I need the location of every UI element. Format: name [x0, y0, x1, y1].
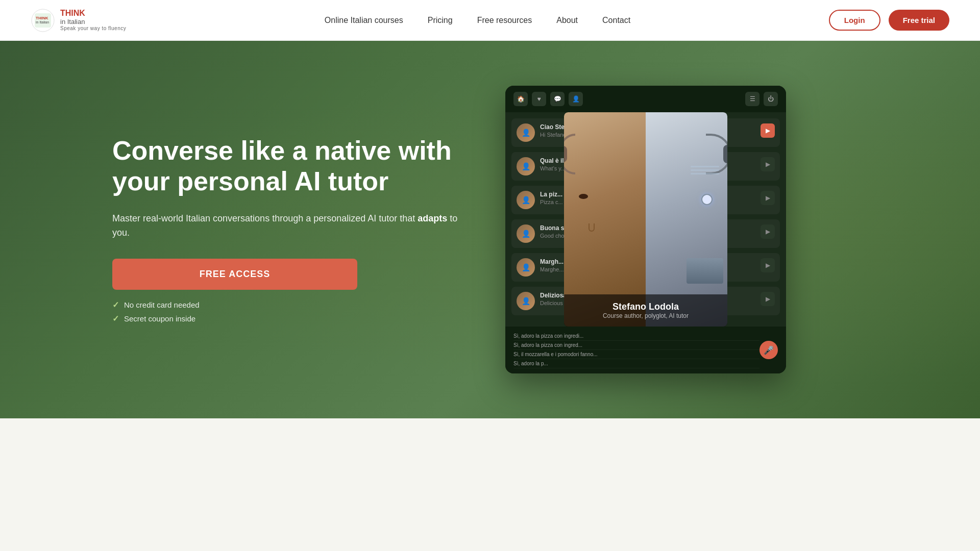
check-item-1: ✓ No credit card needed — [112, 300, 470, 310]
mockup-icon-user[interactable]: 👤 — [569, 92, 583, 106]
free-access-button[interactable]: FREE ACCESS — [112, 259, 357, 290]
app-mockup: 🏠 ♥ 💬 👤 ☰ ⏻ 👤 Ciao Stefano! Fam... Hi St… — [505, 86, 786, 373]
mockup-icon-power[interactable]: ⏻ — [764, 92, 778, 106]
check-label-1: No credit card needed — [124, 300, 200, 309]
chat-avatar-6: 👤 — [517, 292, 535, 310]
navbar: THINK in Italian THINK in Italian Speak … — [0, 0, 980, 41]
logo-icon: THINK in Italian — [31, 8, 55, 33]
hero-title: Converse like a native with your persona… — [112, 136, 470, 197]
nav-link-courses[interactable]: Online Italian courses — [325, 16, 403, 24]
tutor-face: Stefano Lodola Course author, polyglot, … — [564, 112, 727, 327]
chat-action-2[interactable]: ▶ — [761, 157, 775, 171]
check-icon-2: ✓ — [112, 314, 119, 323]
footer-chat-row-3: Sì, il mozzarella e i pomodori fanno... — [513, 350, 760, 359]
footer-chat-row-2: Sì, adoro la pizza con ingred... — [513, 341, 760, 350]
chat-avatar-2: 👤 — [517, 157, 535, 176]
footer-chat-row-4: Sì, adoro la p... — [513, 359, 760, 368]
mockup-header: 🏠 ♥ 💬 👤 ☰ ⏻ — [505, 86, 786, 112]
logo-text: THINK in Italian Speak your way to fluen… — [60, 9, 126, 31]
nav-link-resources[interactable]: Free resources — [477, 16, 532, 24]
svg-text:in Italian: in Italian — [36, 20, 49, 24]
nav-links: Online Italian courses Pricing Free reso… — [325, 16, 630, 25]
svg-text:THINK: THINK — [36, 16, 48, 20]
nav-item-about[interactable]: About — [556, 16, 578, 25]
mockup-body: 👤 Ciao Stefano! Fam... Hi Stefano! Ho...… — [505, 112, 786, 327]
nav-item-pricing[interactable]: Pricing — [428, 16, 453, 25]
footer-chat-row-1: Sì, adoro la pizza con ingredi... — [513, 332, 760, 341]
hero-desc-bold: adapts — [418, 213, 447, 223]
chat-avatar-5: 👤 — [517, 258, 535, 277]
footer-chat-items: Sì, adoro la pizza con ingredi... Sì, ad… — [513, 332, 760, 368]
chat-action-4[interactable]: ▶ — [761, 224, 775, 239]
check-label-2: Secret coupon inside — [124, 314, 195, 323]
chat-avatar-4: 👤 — [517, 224, 535, 243]
nav-link-about[interactable]: About — [556, 16, 578, 24]
hero-section: Converse like a native with your persona… — [0, 41, 980, 418]
chat-avatar-1: 👤 — [517, 123, 535, 142]
logo-brand: THINK in Italian — [60, 9, 126, 26]
login-button[interactable]: Login — [829, 10, 880, 31]
mic-button[interactable]: 🎤 — [760, 341, 778, 359]
nav-item-resources[interactable]: Free resources — [477, 16, 532, 25]
tutor-name-plate: Stefano Lodola Course author, polyglot, … — [564, 294, 727, 327]
chat-action-3[interactable]: ▶ — [761, 191, 775, 205]
mockup-footer: Sì, adoro la pizza con ingredi... Sì, ad… — [505, 327, 786, 373]
mockup-icon-chat[interactable]: 💬 — [550, 92, 565, 106]
mockup-icons-left: 🏠 ♥ 💬 👤 — [513, 92, 583, 106]
ai-tutor-overlay: Stefano Lodola Course author, polyglot, … — [564, 112, 727, 327]
chat-action-6[interactable]: ▶ — [761, 292, 775, 306]
face-details: Stefano Lodola Course author, polyglot, … — [564, 112, 727, 327]
mockup-icon-home[interactable]: 🏠 — [513, 92, 528, 106]
chat-avatar-3: 👤 — [517, 191, 535, 209]
mockup-icon-menu[interactable]: ☰ — [745, 92, 760, 106]
bottom-section — [0, 418, 980, 551]
hero-checklist: ✓ No credit card needed ✓ Secret coupon … — [112, 300, 470, 323]
free-trial-button[interactable]: Free trial — [889, 10, 949, 31]
nav-item-courses[interactable]: Online Italian courses — [325, 16, 403, 25]
nav-link-pricing[interactable]: Pricing — [428, 16, 453, 24]
hero-desc-plain: Master real-world Italian conversations … — [112, 213, 418, 223]
nav-actions: Login Free trial — [829, 10, 949, 31]
nav-link-contact[interactable]: Contact — [602, 16, 630, 24]
hero-image-area: 🏠 ♥ 💬 👤 ☰ ⏻ 👤 Ciao Stefano! Fam... Hi St… — [470, 86, 786, 373]
check-item-2: ✓ Secret coupon inside — [112, 314, 470, 323]
chat-action-1[interactable]: ▶ — [761, 123, 775, 138]
hero-content: Converse like a native with your persona… — [112, 136, 470, 323]
mockup-icons-right: ☰ ⏻ — [745, 92, 778, 106]
logo[interactable]: THINK in Italian THINK in Italian Speak … — [31, 8, 126, 33]
logo-tagline: Speak your way to fluency — [60, 26, 126, 31]
mockup-icon-heart[interactable]: ♥ — [532, 92, 546, 106]
hero-description: Master real-world Italian conversations … — [112, 211, 470, 241]
chat-action-5[interactable]: ▶ — [761, 258, 775, 272]
check-icon-1: ✓ — [112, 300, 119, 310]
nav-item-contact[interactable]: Contact — [602, 16, 630, 25]
tutor-name: Stefano Lodola — [572, 302, 719, 312]
tutor-role: Course author, polyglot, AI tutor — [572, 312, 719, 319]
